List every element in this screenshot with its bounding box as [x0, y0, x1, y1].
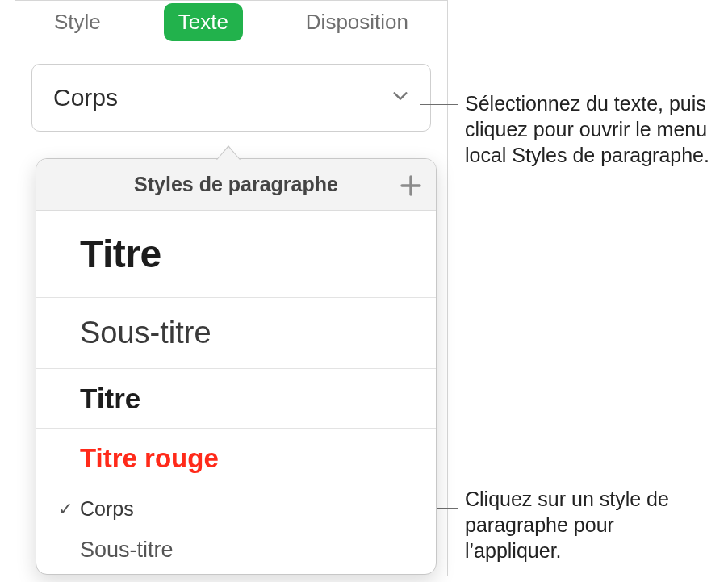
style-option-soustitre[interactable]: Sous-titre	[36, 530, 436, 574]
popover-header: Styles de paragraphe	[36, 159, 436, 211]
tab-texte[interactable]: Texte	[164, 3, 243, 41]
chevron-down-icon	[391, 87, 409, 108]
paragraph-style-current: Corps	[53, 84, 118, 111]
callout-open-style-menu: Sélectionnez du texte, puis cliquez pour…	[465, 90, 713, 168]
tab-disposition[interactable]: Disposition	[291, 3, 423, 41]
plus-icon	[399, 174, 423, 198]
callout-leader-line	[420, 104, 458, 105]
tab-style[interactable]: Style	[40, 3, 115, 41]
paragraph-styles-popover: Styles de paragraphe Titre Sous-titre Ti…	[36, 158, 437, 575]
style-option-titre-large[interactable]: Titre	[36, 211, 436, 298]
style-label: Sous-titre	[80, 538, 174, 563]
style-option-soustitre-large[interactable]: Sous-titre	[36, 298, 436, 369]
style-option-titre[interactable]: Titre	[36, 369, 436, 429]
popover-title: Styles de paragraphe	[134, 173, 338, 196]
style-label: Sous-titre	[80, 316, 211, 350]
callout-apply-style: Cliquez sur un style de paragraphe pour …	[465, 486, 713, 563]
paragraph-style-list: Titre Sous-titre Titre Titre rouge ✓ Cor…	[36, 211, 436, 574]
style-label: Titre	[80, 232, 161, 276]
style-option-corps[interactable]: ✓ Corps	[36, 488, 436, 530]
style-label: Corps	[80, 497, 134, 521]
popover-pointer	[217, 147, 240, 160]
paragraph-style-select[interactable]: Corps	[31, 64, 431, 132]
checkmark-icon: ✓	[54, 499, 77, 520]
style-option-titre-rouge[interactable]: Titre rouge	[36, 429, 436, 488]
format-tabs: Style Texte Disposition	[15, 1, 447, 44]
style-label: Titre rouge	[80, 443, 219, 474]
paragraph-style-select-wrap: Corps	[15, 44, 447, 132]
style-label: Titre	[80, 383, 140, 415]
add-style-button[interactable]	[399, 174, 423, 198]
